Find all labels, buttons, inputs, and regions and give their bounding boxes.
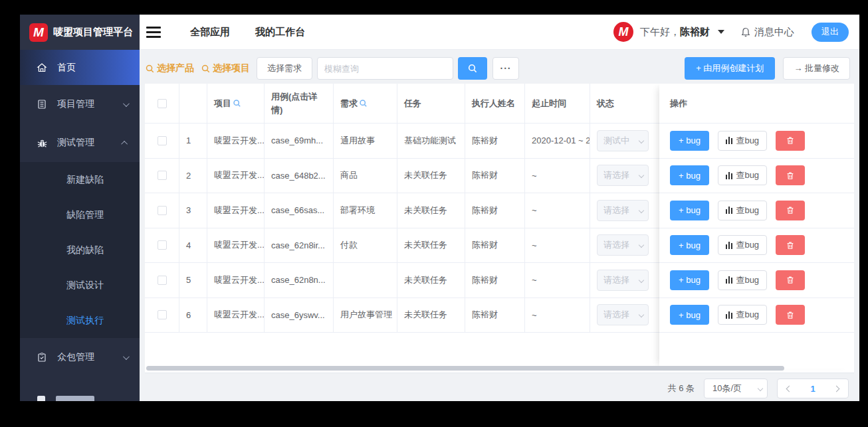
status-select[interactable]: 请选择: [597, 165, 649, 186]
delete-button[interactable]: [776, 165, 805, 185]
delete-button[interactable]: [776, 131, 805, 151]
row-index: 4: [179, 228, 207, 263]
content-area: 选择产品 选择项目 选择需求 ··· + 由用例创建计划 → 批量修改: [140, 50, 859, 401]
sidebar-item-crowdsource-mgmt[interactable]: 众包管理: [20, 338, 140, 377]
row-project: 唛盟云开发...: [207, 124, 265, 158]
sidebar-item-defect-mgmt[interactable]: 缺陷管理: [20, 197, 140, 232]
delete-button[interactable]: [776, 270, 805, 290]
sidebar-item-test-mgmt[interactable]: 测试管理: [20, 124, 140, 162]
operations-column: 操作 + bug查bug+ bug查bug+ bug查bug+ bug查bug+…: [659, 84, 854, 369]
logout-button[interactable]: 退出: [812, 23, 849, 42]
add-bug-button[interactable]: + bug: [670, 131, 709, 151]
sidebar-item-home[interactable]: 首页: [20, 50, 140, 85]
row-checkbox[interactable]: [158, 206, 167, 215]
col-case: 用例(点击详情): [265, 84, 334, 123]
row-checkbox[interactable]: [158, 171, 167, 180]
delete-button[interactable]: [776, 235, 805, 255]
user-greeting[interactable]: 下午好，陈裕财: [640, 26, 710, 39]
row-case-link[interactable]: case_66sas...: [265, 193, 334, 228]
sidebar-item-test-execution[interactable]: 测试执行: [20, 303, 140, 338]
view-bug-button[interactable]: 查bug: [718, 270, 767, 290]
view-bug-button[interactable]: 查bug: [718, 305, 767, 325]
tab-all-apps[interactable]: 全部应用: [190, 26, 230, 39]
sidebar-item-my-defects[interactable]: 我的缺陷: [20, 232, 140, 268]
row-case-link[interactable]: case_69mh...: [265, 124, 334, 158]
bar-chart-icon: [726, 172, 733, 179]
batch-edit-button[interactable]: → 批量修改: [783, 57, 850, 80]
view-bug-label: 查bug: [736, 205, 759, 216]
select-product-link[interactable]: 选择产品: [145, 62, 194, 74]
col-task: 任务: [397, 84, 465, 123]
add-bug-button[interactable]: + bug: [670, 201, 709, 220]
menu-toggle-icon[interactable]: [146, 27, 161, 38]
app-window: M 唛盟项目管理平台 首页 项目管理 测试管理: [20, 15, 859, 401]
horizontal-scrollbar[interactable]: [146, 366, 784, 371]
message-center-link[interactable]: 消息中心: [740, 26, 794, 39]
sidebar-item-new-defect[interactable]: 新建缺陷: [20, 162, 140, 197]
search-button[interactable]: [458, 57, 487, 80]
column-search-icon[interactable]: [233, 99, 241, 108]
sidebar-item-label: 测试管理: [57, 137, 123, 149]
row-task: 未关联任务: [397, 159, 465, 193]
view-bug-label: 查bug: [736, 135, 759, 147]
total-count: 共 6 条: [668, 383, 695, 394]
bar-chart-icon: [726, 137, 733, 144]
add-bug-button[interactable]: + bug: [670, 165, 709, 185]
operations-body: + bug查bug+ bug查bug+ bug查bug+ bug查bug+ bu…: [659, 124, 854, 333]
prev-page-icon[interactable]: [786, 385, 793, 392]
status-select[interactable]: 请选择: [597, 200, 649, 221]
column-search-icon[interactable]: [359, 99, 368, 108]
partial-icon: [37, 396, 45, 401]
row-checkbox[interactable]: [158, 136, 167, 145]
test-plan-table: 项目 用例(点击详情) 需求 任务 执行人姓名 起止时间 状态 1唛盟云开发..…: [145, 84, 854, 373]
delete-button[interactable]: [776, 201, 805, 220]
add-bug-button[interactable]: + bug: [670, 270, 709, 290]
add-bug-button[interactable]: + bug: [670, 235, 709, 255]
sidebar-item-label: 众包管理: [57, 351, 123, 363]
row-case-link[interactable]: case_62n8ir...: [265, 228, 334, 263]
view-bug-button[interactable]: 查bug: [718, 131, 767, 151]
fuzzy-search-input[interactable]: [317, 57, 453, 80]
row-case-link[interactable]: case_6yswv...: [265, 298, 334, 333]
current-page[interactable]: 1: [810, 384, 815, 394]
col-executor: 执行人姓名: [465, 84, 525, 123]
toolbar-actions: + 由用例创建计划 → 批量修改: [685, 57, 854, 80]
row-checkbox[interactable]: [158, 276, 167, 285]
partial-label: [56, 396, 94, 401]
status-select[interactable]: 请选择: [597, 270, 649, 291]
page-size-select[interactable]: 10条/页: [704, 379, 768, 398]
delete-button[interactable]: [776, 305, 805, 325]
row-case-link[interactable]: case_648b2...: [265, 159, 334, 193]
tab-my-workbench[interactable]: 我的工作台: [255, 26, 305, 39]
more-filters-button[interactable]: ···: [492, 57, 519, 80]
sidebar-item-test-design[interactable]: 测试设计: [20, 268, 140, 303]
row-task: 未关联任务: [397, 228, 465, 263]
status-select[interactable]: 请选择: [597, 234, 649, 256]
create-plan-button[interactable]: + 由用例创建计划: [685, 57, 775, 80]
view-bug-button[interactable]: 查bug: [718, 235, 767, 255]
select-all-checkbox[interactable]: [158, 99, 167, 108]
bug-icon: [36, 137, 48, 149]
row-checkbox[interactable]: [158, 240, 167, 250]
row-case-link[interactable]: case_62n8n...: [265, 263, 334, 298]
row-checkbox[interactable]: [158, 310, 167, 319]
user-avatar[interactable]: M: [613, 22, 633, 42]
status-select[interactable]: 测试中: [597, 130, 649, 151]
sidebar-item-partial[interactable]: [20, 396, 140, 401]
status-select[interactable]: 请选择: [597, 304, 649, 325]
page-size-value: 10条/页: [712, 383, 742, 394]
select-requirement-button[interactable]: 选择需求: [257, 57, 312, 80]
add-bug-button[interactable]: + bug: [670, 305, 709, 325]
view-bug-button[interactable]: 查bug: [718, 165, 767, 185]
chevron-down-icon: [639, 312, 644, 317]
next-page-icon[interactable]: [833, 385, 840, 392]
row-task: 未关联任务: [397, 298, 465, 333]
view-bug-button[interactable]: 查bug: [718, 201, 767, 220]
caret-down-icon[interactable]: [718, 30, 724, 34]
sidebar-item-project-mgmt[interactable]: 项目管理: [20, 85, 140, 124]
col-requirement: 需求: [334, 84, 397, 123]
select-project-link[interactable]: 选择项目: [201, 62, 250, 74]
brand-logo: M: [29, 23, 48, 42]
trash-icon: [786, 205, 795, 215]
bar-chart-icon: [726, 207, 733, 214]
